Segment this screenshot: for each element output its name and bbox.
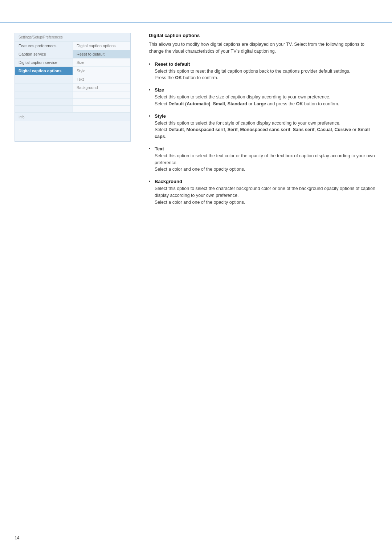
section-title: Digital caption options	[149, 33, 377, 38]
option-title-4: Background	[155, 179, 377, 184]
bold-ok-1: OK	[296, 101, 303, 106]
option-desc-1: Select this option to select the size of…	[155, 94, 377, 108]
bold-mono-serif: Monospaced serif	[187, 127, 225, 132]
menu-row-8	[15, 106, 130, 113]
menu-row-5: Background	[15, 84, 130, 92]
right-panel: Digital caption options This allows you …	[145, 33, 377, 211]
bold-default: Default (Automatic)	[168, 101, 210, 106]
bullet-0: •	[149, 62, 155, 67]
page-number: 14	[15, 535, 19, 540]
menu-left-2[interactable]: Digital caption service	[15, 58, 73, 66]
bold-cursive: Cursive	[334, 127, 351, 132]
menu-row-4: Text	[15, 75, 130, 84]
bold-sans: Sans serif	[293, 127, 315, 132]
bold-standard: Standard	[228, 101, 247, 106]
top-border	[0, 22, 392, 23]
left-panel: Settings/Setup/Preferences Features pref…	[15, 33, 131, 211]
option-content-2: Style Select this option to select the f…	[155, 113, 377, 140]
menu-box: Settings/Setup/Preferences Features pref…	[15, 33, 131, 142]
option-content-3: Text Select this option to select the te…	[155, 146, 377, 173]
bold-large: Large	[254, 101, 266, 106]
option-title-0: Reset to default	[155, 61, 377, 67]
bullet-2: •	[149, 114, 155, 119]
menu-left-0[interactable]: Features preferences	[15, 42, 73, 50]
menu-left-5	[15, 84, 73, 92]
menu-left-4	[15, 75, 73, 83]
option-list: • Reset to default Select this option to…	[149, 61, 377, 206]
menu-right-2[interactable]: Size	[73, 58, 130, 66]
menu-right-1[interactable]: Reset to default	[73, 50, 130, 58]
menu-left-6	[15, 92, 73, 98]
bullet-3: •	[149, 146, 155, 151]
bold-ok-0: OK	[175, 75, 182, 80]
bold-serif: Serif	[228, 127, 238, 132]
bold-mono-sans: Monospaced sans serif	[240, 127, 290, 132]
menu-left-8	[15, 106, 73, 112]
option-item-4: • Background Select this option to selec…	[149, 179, 377, 206]
menu-row-0: Features preferences Digital caption opt…	[15, 42, 130, 50]
option-title-3: Text	[155, 146, 377, 151]
option-item-3: • Text Select this option to select the …	[149, 146, 377, 173]
option-content-4: Background Select this option to select …	[155, 179, 377, 206]
option-desc-3: Select this option to select the text co…	[155, 153, 377, 173]
menu-right-5[interactable]: Background	[73, 84, 130, 92]
menu-right-6	[73, 92, 130, 98]
bold-casual: Casual	[317, 127, 332, 132]
option-desc-0: Select this option to reset the digital …	[155, 68, 377, 82]
option-item-0: • Reset to default Select this option to…	[149, 61, 377, 82]
menu-row-1: Caption service Reset to default	[15, 50, 130, 58]
option-desc-2: Select this option to select the font st…	[155, 120, 377, 140]
menu-left-1[interactable]: Caption service	[15, 50, 73, 58]
menu-row-2: Digital caption service Size	[15, 58, 130, 67]
menu-row-3: Digital caption options Style	[15, 67, 130, 75]
option-title-1: Size	[155, 87, 377, 93]
bullet-4: •	[149, 179, 155, 184]
option-content-0: Reset to default Select this option to r…	[155, 61, 377, 82]
option-title-2: Style	[155, 113, 377, 119]
section-intro: This allows you to modify how digital ca…	[149, 41, 377, 55]
bullet-1: •	[149, 88, 155, 93]
bold-small: Small	[213, 101, 225, 106]
breadcrumb: Settings/Setup/Preferences	[15, 33, 130, 42]
menu-left-3[interactable]: Digital caption options	[15, 67, 73, 75]
menu-right-4[interactable]: Text	[73, 75, 130, 83]
menu-right-7	[73, 99, 130, 105]
menu-row-7	[15, 99, 130, 106]
menu-right-0[interactable]: Digital caption options	[73, 42, 130, 50]
bold-style-default: Default	[168, 127, 184, 132]
menu-row-6	[15, 92, 130, 99]
menu-left-7	[15, 99, 73, 105]
option-content-1: Size Select this option to select the si…	[155, 87, 377, 108]
option-desc-4: Select this option to select the charact…	[155, 185, 377, 206]
menu-info: Info	[15, 113, 130, 121]
menu-right-8	[73, 106, 130, 112]
option-item-2: • Style Select this option to select the…	[149, 113, 377, 140]
option-item-1: • Size Select this option to select the …	[149, 87, 377, 108]
menu-right-3[interactable]: Style	[73, 67, 130, 75]
